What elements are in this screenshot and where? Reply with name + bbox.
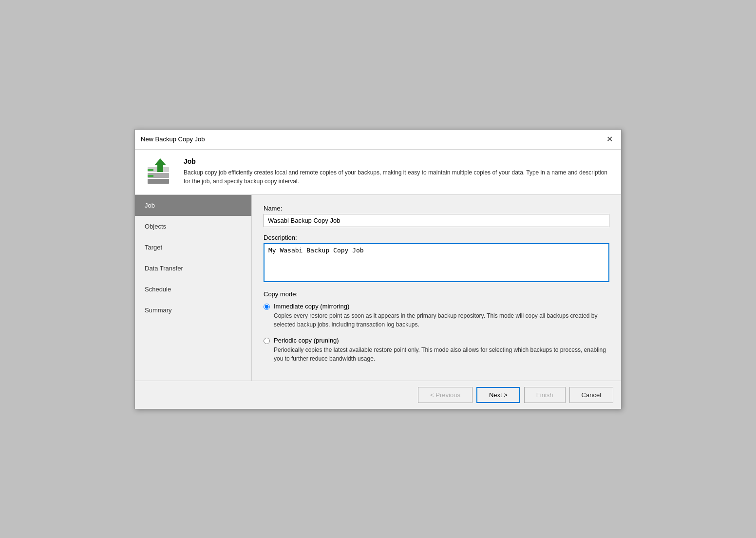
cancel-button[interactable]: Cancel xyxy=(569,387,613,403)
immediate-copy-option: Immediate copy (mirroring) Copies every … xyxy=(264,303,609,334)
footer-section: < Previous Next > Finish Cancel xyxy=(135,381,621,409)
header-title: Job xyxy=(184,157,611,165)
immediate-copy-radio[interactable] xyxy=(264,304,270,310)
dialog-title: New Backup Copy Job xyxy=(141,135,205,143)
previous-button[interactable]: < Previous xyxy=(418,387,472,403)
header-description: Backup copy job efficiently creates loca… xyxy=(184,168,611,186)
immediate-copy-description: Copies every restore point as soon as it… xyxy=(274,311,609,329)
header-section: Job Backup copy job efficiently creates … xyxy=(135,150,621,195)
copy-mode-label: Copy mode: xyxy=(264,290,609,298)
svg-rect-4 xyxy=(148,169,153,171)
title-bar: New Backup Copy Job ✕ xyxy=(135,130,621,150)
finish-button[interactable]: Finish xyxy=(524,387,566,403)
immediate-copy-content: Immediate copy (mirroring) Copies every … xyxy=(274,303,609,334)
new-backup-copy-job-dialog: New Backup Copy Job ✕ Job Back xyxy=(134,129,622,409)
sidebar: Job Objects Target Data Transfer Schedul… xyxy=(135,195,252,381)
description-input[interactable]: My Wasabi Backup Copy Job xyxy=(264,243,609,282)
sidebar-item-schedule[interactable]: Schedule xyxy=(135,279,251,300)
periodic-copy-content: Periodic copy (pruning) Periodically cop… xyxy=(274,337,609,368)
close-button[interactable]: ✕ xyxy=(604,134,615,145)
periodic-copy-label[interactable]: Periodic copy (pruning) xyxy=(274,337,339,344)
periodic-copy-radio[interactable] xyxy=(264,338,270,344)
header-icon xyxy=(145,157,176,187)
periodic-copy-option: Periodic copy (pruning) Periodically cop… xyxy=(264,337,609,368)
sidebar-item-objects[interactable]: Objects xyxy=(135,216,251,237)
sidebar-item-summary[interactable]: Summary xyxy=(135,300,251,321)
immediate-copy-label[interactable]: Immediate copy (mirroring) xyxy=(274,303,349,310)
sidebar-item-data-transfer[interactable]: Data Transfer xyxy=(135,258,251,279)
name-label: Name: xyxy=(264,205,609,212)
name-input[interactable] xyxy=(264,214,609,227)
main-content: Name: Description: My Wasabi Backup Copy… xyxy=(252,195,621,381)
description-label: Description: xyxy=(264,234,609,241)
svg-rect-0 xyxy=(148,179,169,184)
backup-copy-icon xyxy=(145,157,176,187)
sidebar-item-job[interactable]: Job xyxy=(135,195,251,216)
sidebar-item-target[interactable]: Target xyxy=(135,237,251,258)
next-button[interactable]: Next > xyxy=(476,387,520,403)
periodic-copy-description: Periodically copies the latest available… xyxy=(274,346,609,363)
svg-rect-2 xyxy=(148,175,153,177)
body-section: Job Objects Target Data Transfer Schedul… xyxy=(135,195,621,381)
header-content: Job Backup copy job efficiently creates … xyxy=(184,157,611,186)
